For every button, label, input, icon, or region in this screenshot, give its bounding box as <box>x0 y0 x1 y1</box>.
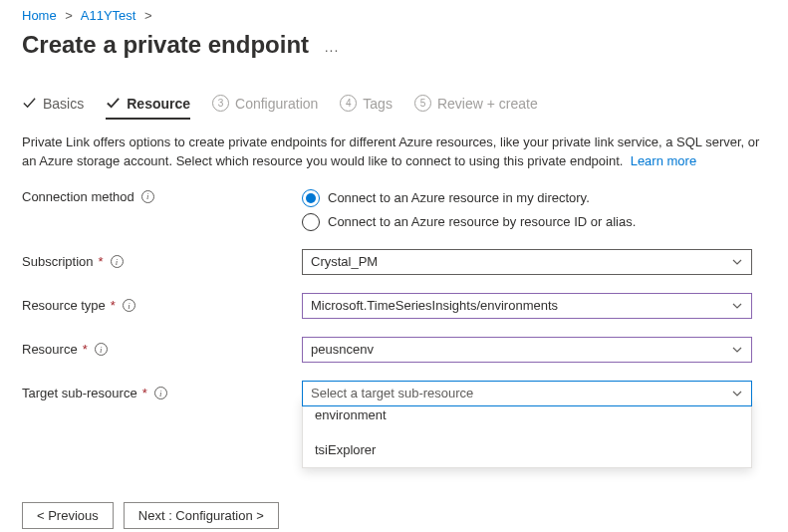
tab-configuration[interactable]: 3 Configuration <box>212 95 318 120</box>
tab-label: Tags <box>363 96 393 112</box>
info-icon[interactable]: i <box>141 190 154 203</box>
resource-select[interactable]: peusncenv <box>302 337 752 363</box>
breadcrumb-home[interactable]: Home <box>22 8 57 23</box>
select-value: peusncenv <box>311 342 374 357</box>
resource-type-label: Resource type * i <box>22 298 302 313</box>
select-placeholder: Select a target sub-resource <box>311 386 473 400</box>
connection-method-radiogroup: Connect to an Azure resource in my direc… <box>302 189 752 231</box>
previous-button[interactable]: < Previous <box>22 502 114 529</box>
subscription-select[interactable]: Crystal_PM <box>302 249 752 275</box>
radio-unchecked-icon <box>302 213 320 231</box>
breadcrumb-a11ytest[interactable]: A11YTest <box>81 8 136 23</box>
tab-label: Basics <box>43 96 84 112</box>
checkmark-icon <box>22 96 37 111</box>
info-icon[interactable]: i <box>95 343 108 356</box>
tab-tags[interactable]: 4 Tags <box>340 95 393 120</box>
resource-form: Connection method i Connect to an Azure … <box>22 189 766 468</box>
wizard-footer: < Previous Next : Configuration > <box>22 502 766 529</box>
dropdown-option-tsiexplorer[interactable]: tsiExplorer <box>303 432 751 467</box>
breadcrumb: Home > A11YTest > <box>22 0 766 23</box>
info-icon[interactable]: i <box>111 255 124 268</box>
page-title: Create a private endpoint <box>22 31 309 59</box>
wizard-tabs: Basics Resource 3 Configuration 4 Tags 5… <box>22 95 766 120</box>
step-number-icon: 3 <box>212 95 229 112</box>
tab-description: Private Link offers options to create pr… <box>22 133 764 171</box>
tab-basics[interactable]: Basics <box>22 96 84 120</box>
resource-label: Resource * i <box>22 342 302 357</box>
required-indicator: * <box>83 342 88 357</box>
required-indicator: * <box>142 386 147 400</box>
radio-connect-my-directory[interactable]: Connect to an Azure resource in my direc… <box>302 189 752 207</box>
required-indicator: * <box>99 254 104 269</box>
checkmark-icon <box>106 96 121 111</box>
subscription-label: Subscription * i <box>22 254 302 269</box>
chevron-down-icon <box>731 300 743 312</box>
breadcrumb-separator: > <box>65 8 73 23</box>
breadcrumb-separator: > <box>144 8 152 23</box>
chevron-down-icon <box>731 256 743 268</box>
tab-resource[interactable]: Resource <box>106 96 190 120</box>
radio-checked-icon <box>302 189 320 207</box>
connection-method-label: Connection method i <box>22 189 302 204</box>
target-sub-resource-select[interactable]: Select a target sub-resource <box>302 381 752 406</box>
target-sub-resource-label: Target sub-resource * i <box>22 386 302 400</box>
resource-type-select[interactable]: Microsoft.TimeSeriesInsights/environment… <box>302 293 752 319</box>
chevron-down-icon <box>731 344 743 356</box>
select-value: Crystal_PM <box>311 254 378 269</box>
next-button[interactable]: Next : Configuration > <box>124 502 279 529</box>
tab-label: Configuration <box>235 96 318 112</box>
target-sub-resource-dropdown: environment tsiExplorer <box>302 397 752 468</box>
step-number-icon: 4 <box>340 95 357 112</box>
radio-label: Connect to an Azure resource in my direc… <box>328 190 590 205</box>
chevron-down-icon <box>731 388 743 399</box>
tab-review-create[interactable]: 5 Review + create <box>414 95 538 120</box>
tab-label: Review + create <box>437 96 538 112</box>
tab-label: Resource <box>127 96 190 112</box>
more-actions-icon[interactable]: ··· <box>325 42 340 58</box>
required-indicator: * <box>111 298 116 313</box>
radio-label: Connect to an Azure resource by resource… <box>328 214 636 229</box>
step-number-icon: 5 <box>414 95 431 112</box>
select-value: Microsoft.TimeSeriesInsights/environment… <box>311 298 558 313</box>
learn-more-link[interactable]: Learn more <box>631 153 696 168</box>
info-icon[interactable]: i <box>154 387 167 399</box>
info-icon[interactable]: i <box>123 299 135 312</box>
radio-connect-resource-id[interactable]: Connect to an Azure resource by resource… <box>302 213 752 231</box>
